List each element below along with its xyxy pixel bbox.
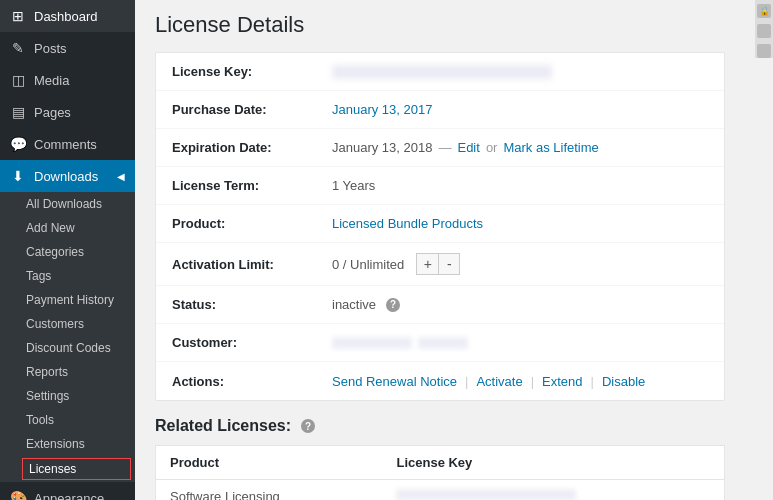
panel-icon-1 (757, 24, 771, 38)
customer-blurred (332, 337, 412, 349)
product-row: Product: Licensed Bundle Products (156, 205, 724, 243)
sidebar-item-label: Media (34, 73, 69, 88)
activation-limit-value: 0 / Unlimited + - (332, 253, 460, 275)
sidebar-item-label: Appearance (34, 491, 104, 501)
product-value: Licensed Bundle Products (332, 216, 483, 231)
actions-row: Actions: Send Renewal Notice | Activate … (156, 362, 724, 400)
expiration-date-label: Expiration Date: (172, 140, 332, 155)
related-licenses-section: Related Licenses: ? Product License Key … (155, 417, 725, 500)
sidebar-item-label: Downloads (34, 169, 98, 184)
lock-icon: 🔒 (757, 4, 771, 18)
table-header-row: Product License Key (156, 446, 725, 480)
related-licenses-table: Product License Key Software Licensing B… (155, 445, 725, 500)
sidebar-item-dashboard[interactable]: ⊞ Dashboard (0, 0, 135, 32)
sidebar-item-media[interactable]: ◫ Media (0, 64, 135, 96)
customer-label: Customer: (172, 335, 332, 350)
customer-row: Customer: (156, 324, 724, 362)
content-area: License Details License Key: Purchase Da… (135, 0, 755, 500)
col-key: License Key (382, 446, 724, 480)
submenu-add-new[interactable]: Add New (0, 216, 135, 240)
downloads-icon: ⬇ (10, 168, 26, 184)
submenu-customers[interactable]: Customers (0, 312, 135, 336)
related-licenses-title: Related Licenses: ? (155, 417, 725, 435)
related-help-icon[interactable]: ? (301, 419, 315, 433)
expiration-lifetime-link[interactable]: Mark as Lifetime (503, 140, 598, 155)
activation-limit-row: Activation Limit: 0 / Unlimited + - (156, 243, 724, 286)
expiration-or: or (486, 140, 498, 155)
license-key-label: License Key: (172, 64, 332, 79)
expiration-date-value: January 13, 2018 — Edit or Mark as Lifet… (332, 140, 599, 155)
sidebar-item-downloads[interactable]: ⬇ Downloads ◀ (0, 160, 135, 192)
product-label: Product: (172, 216, 332, 231)
related-key-1 (382, 480, 724, 501)
submenu-tools[interactable]: Tools (0, 408, 135, 432)
product-link[interactable]: Licensed Bundle Products (332, 216, 483, 231)
page-title: License Details (155, 12, 725, 38)
panel-icon-2 (757, 44, 771, 58)
status-row: Status: inactive ? (156, 286, 724, 324)
sidebar-item-label: Comments (34, 137, 97, 152)
license-key-row: License Key: (156, 53, 724, 91)
sidebar-item-comments[interactable]: 💬 Comments (0, 128, 135, 160)
expiration-date-text: January 13, 2018 (332, 140, 432, 155)
extend-link[interactable]: Extend (542, 374, 582, 389)
media-icon: ◫ (10, 72, 26, 88)
purchase-date-value: January 13, 2017 (332, 102, 432, 117)
dashboard-icon: ⊞ (10, 8, 26, 24)
related-key-blur-1 (396, 489, 576, 500)
submenu-tags[interactable]: Tags (0, 264, 135, 288)
activation-limit-label: Activation Limit: (172, 257, 332, 272)
license-details-card: License Key: Purchase Date: January 13, … (155, 52, 725, 401)
expiration-sep: — (438, 140, 451, 155)
main-content: 🔒 License Details License Key: Purchase … (135, 0, 773, 500)
qty-minus-button[interactable]: - (438, 253, 460, 275)
related-product-1: Software Licensing (156, 480, 383, 501)
sidebar-item-label: Dashboard (34, 9, 98, 24)
qty-plus-button[interactable]: + (416, 253, 438, 275)
status-help-icon[interactable]: ? (386, 298, 400, 312)
submenu-payment-history[interactable]: Payment History (0, 288, 135, 312)
table-row: Software Licensing (156, 480, 725, 501)
purchase-date-link[interactable]: January 13, 2017 (332, 102, 432, 117)
activation-qty-text: 0 / Unlimited (332, 257, 404, 272)
license-key-blurred (332, 65, 552, 79)
disable-link[interactable]: Disable (602, 374, 645, 389)
pages-icon: ▤ (10, 104, 26, 120)
license-key-value (332, 65, 552, 79)
submenu-all-downloads[interactable]: All Downloads (0, 192, 135, 216)
license-term-label: License Term: (172, 178, 332, 193)
qty-controls: + - (416, 253, 460, 275)
expiration-date-row: Expiration Date: January 13, 2018 — Edit… (156, 129, 724, 167)
sidebar-item-posts[interactable]: ✎ Posts (0, 32, 135, 64)
purchase-date-label: Purchase Date: (172, 102, 332, 117)
submenu-reports[interactable]: Reports (0, 360, 135, 384)
submenu-settings[interactable]: Settings (0, 384, 135, 408)
send-renewal-link[interactable]: Send Renewal Notice (332, 374, 457, 389)
sidebar-item-label: Pages (34, 105, 71, 120)
related-title-text: Related Licenses: (155, 417, 291, 435)
actions-label: Actions: (172, 374, 332, 389)
sidebar-item-label: Posts (34, 41, 67, 56)
arrow-icon: ◀ (117, 171, 125, 182)
sidebar-item-appearance[interactable]: 🎨 Appearance (0, 482, 135, 500)
actions-value: Send Renewal Notice | Activate | Extend … (332, 374, 645, 389)
expiration-edit-link[interactable]: Edit (457, 140, 479, 155)
submenu-licenses[interactable]: Licenses (22, 458, 131, 480)
license-term-value: 1 Years (332, 178, 375, 193)
sidebar-item-pages[interactable]: ▤ Pages (0, 96, 135, 128)
customer-blurred-2 (418, 337, 468, 349)
activate-link[interactable]: Activate (476, 374, 522, 389)
status-value: inactive ? (332, 297, 400, 312)
status-label: Status: (172, 297, 332, 312)
status-badge: inactive (332, 297, 376, 312)
col-product: Product (156, 446, 383, 480)
sidebar: ⊞ Dashboard ✎ Posts ◫ Media ▤ Pages 💬 Co… (0, 0, 135, 500)
submenu-extensions[interactable]: Extensions (0, 432, 135, 456)
downloads-submenu: All Downloads Add New Categories Tags Pa… (0, 192, 135, 482)
submenu-discount-codes[interactable]: Discount Codes (0, 336, 135, 360)
license-term-text: 1 Years (332, 178, 375, 193)
license-term-row: License Term: 1 Years (156, 167, 724, 205)
submenu-categories[interactable]: Categories (0, 240, 135, 264)
appearance-icon: 🎨 (10, 490, 26, 500)
lock-panel: 🔒 (755, 0, 773, 58)
